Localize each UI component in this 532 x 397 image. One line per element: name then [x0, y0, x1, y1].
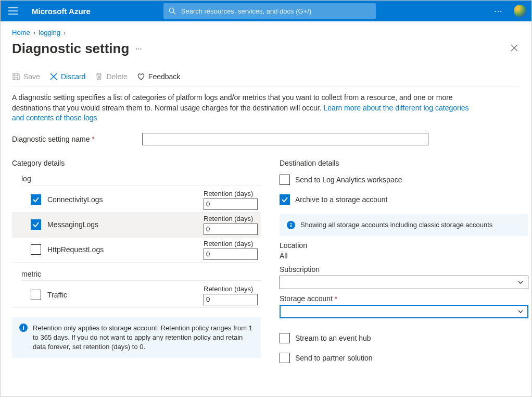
dest-label-storage: Archive to a storage account — [295, 195, 387, 204]
setting-name-label: Diagnostic setting name * — [12, 135, 142, 143]
retention-input[interactable] — [204, 198, 258, 210]
subscription-label: Subscription — [280, 265, 528, 274]
metric-label: Traffic — [47, 291, 67, 299]
log-label: HttpRequestLogs — [47, 245, 104, 254]
breadcrumb-home[interactable]: Home — [12, 29, 30, 36]
checkbox-log-analytics[interactable] — [280, 175, 290, 185]
breadcrumb-resource[interactable]: logging — [39, 29, 60, 36]
save-button[interactable]: Save — [12, 72, 40, 81]
checkbox-traffic[interactable] — [31, 290, 41, 300]
chevron-right-icon: › — [33, 29, 35, 36]
hamburger-menu-icon[interactable] — [6, 4, 20, 18]
retention-label: Retention (days) — [204, 285, 258, 293]
metric-row-traffic: Traffic Retention (days) — [12, 283, 261, 308]
save-icon — [12, 72, 20, 81]
close-button[interactable] — [509, 42, 520, 55]
retention-info-box: Retention only applies to storage accoun… — [12, 317, 261, 358]
discard-icon — [49, 72, 58, 81]
checkbox-messaging[interactable] — [31, 219, 41, 230]
title-more-icon[interactable]: ⋯ — [135, 45, 142, 53]
subscription-select[interactable] — [280, 276, 528, 289]
checkbox-partner[interactable] — [280, 353, 290, 363]
chevron-down-icon — [517, 308, 524, 315]
storage-account-select[interactable] — [280, 305, 528, 318]
info-icon — [19, 324, 28, 332]
log-row-messaging: MessagingLogs Retention (days) — [12, 213, 261, 238]
dest-label-log-analytics: Send to Log Analytics workspace — [295, 176, 402, 184]
log-row-httprequest: HttpRequestLogs Retention (days) — [12, 238, 261, 263]
more-icon[interactable]: ⋯ — [492, 6, 505, 16]
svg-rect-2 — [23, 327, 24, 330]
brand: Microsoft Azure — [32, 7, 91, 16]
toolbar: Save Discard Delete Feedback — [12, 72, 520, 86]
heart-icon — [137, 72, 145, 81]
checkbox-connectivity[interactable] — [31, 194, 41, 205]
info-icon — [287, 221, 295, 229]
retention-input[interactable] — [204, 249, 258, 260]
description: A diagnostic setting specifies a list of… — [12, 93, 480, 123]
chevron-right-icon: › — [64, 29, 66, 36]
delete-button[interactable]: Delete — [95, 72, 127, 81]
log-label: ConnectivityLogs — [47, 195, 103, 204]
discard-button[interactable]: Discard — [49, 72, 85, 81]
log-label: MessagingLogs — [47, 220, 98, 229]
search-input[interactable] — [180, 7, 371, 16]
search-box[interactable] — [163, 3, 376, 19]
svg-point-0 — [169, 8, 174, 13]
dest-label-eventhub: Stream to an event hub — [295, 334, 371, 342]
feedback-button[interactable]: Feedback — [137, 72, 180, 81]
checkbox-eventhub[interactable] — [280, 333, 290, 343]
delete-icon — [95, 72, 103, 81]
svg-rect-5 — [290, 225, 292, 227]
chevron-down-icon — [517, 279, 524, 286]
svg-rect-6 — [290, 223, 292, 224]
checkbox-storage[interactable] — [280, 194, 290, 205]
topbar: Microsoft Azure ⋯ — [1, 1, 531, 21]
retention-input[interactable] — [204, 224, 258, 235]
breadcrumb: Home › logging › — [12, 29, 520, 36]
storage-account-label: Storage account * — [280, 294, 528, 303]
metric-heading: metric — [21, 270, 261, 281]
retention-label: Retention (days) — [204, 240, 258, 247]
destination-details-heading: Destination details — [280, 159, 528, 167]
retention-input[interactable] — [204, 294, 258, 305]
search-icon — [169, 7, 176, 15]
category-details-heading: Category details — [12, 159, 261, 167]
location-value: All — [280, 252, 528, 260]
svg-rect-3 — [23, 326, 24, 327]
log-row-connectivity: ConnectivityLogs Retention (days) — [12, 188, 261, 213]
dest-label-partner: Send to partner solution — [295, 354, 373, 362]
setting-name-input[interactable] — [142, 133, 428, 145]
retention-label: Retention (days) — [204, 215, 258, 222]
location-label: Location — [280, 241, 528, 250]
storage-info-box: Showing all storage accounts including c… — [280, 214, 528, 236]
checkbox-httprequest[interactable] — [31, 244, 41, 255]
log-heading: log — [21, 175, 261, 185]
avatar[interactable] — [514, 5, 526, 17]
retention-label: Retention (days) — [204, 190, 258, 197]
page-title: Diagnostic setting — [12, 41, 129, 57]
